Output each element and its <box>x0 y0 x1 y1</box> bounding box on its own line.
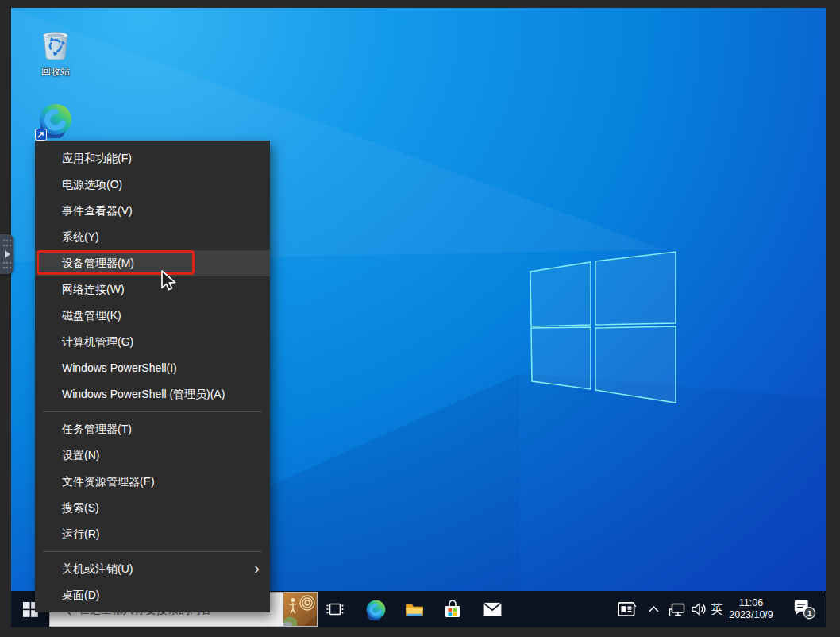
tray-overflow-chevron[interactable] <box>644 591 663 627</box>
ethernet-network-icon <box>669 602 686 617</box>
context-menu-item[interactable]: 设置(N) <box>35 442 270 469</box>
screen: 回收站 <box>0 0 840 637</box>
menu-item-label: Windows PowerShell(I) <box>62 361 177 374</box>
context-menu-item[interactable]: 应用和功能(F) <box>35 145 270 172</box>
news-icon <box>617 600 638 618</box>
task-view-icon <box>326 600 345 619</box>
desktop-icon-recycle-bin[interactable]: 回收站 <box>30 25 81 77</box>
context-menu-item[interactable]: 关机或注销(U)› <box>35 556 270 582</box>
menu-item-label: 系统(Y) <box>62 230 99 243</box>
menu-item-label: 任务管理器(T) <box>62 423 132 435</box>
menu-item-label: 关机或注销(U) <box>62 562 133 575</box>
menu-item-label: 事件查看器(V) <box>62 204 133 217</box>
menu-separator <box>43 551 262 552</box>
task-view-button[interactable] <box>317 591 353 627</box>
mail-button[interactable] <box>474 591 511 627</box>
mail-icon <box>482 601 503 617</box>
menu-item-label: 网络连接(W) <box>62 283 125 295</box>
context-menu-item[interactable]: 磁盘管理(K) <box>35 303 270 329</box>
context-menu-item[interactable]: 任务管理器(T) <box>35 416 270 442</box>
context-menu-item[interactable]: 文件资源管理器(E) <box>35 469 270 495</box>
menu-item-label: 设备管理器(M) <box>62 257 134 269</box>
context-menu-item[interactable]: 设备管理器(M) <box>35 250 270 276</box>
network-tray-button[interactable] <box>668 591 687 627</box>
chevron-up-icon <box>648 605 660 613</box>
drag-dots-icon <box>0 234 13 274</box>
edge-icon <box>365 599 387 620</box>
file-explorer-button[interactable] <box>396 591 433 627</box>
microsoft-store-button[interactable] <box>434 591 471 627</box>
action-center-button[interactable]: 1 <box>792 591 816 627</box>
floating-toolbar-handle[interactable] <box>0 234 13 274</box>
clock-time: 11:06 <box>739 597 763 609</box>
context-menu-item[interactable]: 搜索(S) <box>35 495 270 521</box>
context-menu-item[interactable]: 运行(R) <box>35 521 270 547</box>
menu-item-label: 电源选项(O) <box>62 178 122 191</box>
context-menu-item[interactable]: 系统(Y) <box>35 224 270 250</box>
context-menu-item[interactable]: 计算机管理(G) <box>35 329 270 355</box>
recycle-bin-icon <box>38 25 73 60</box>
context-menu-item[interactable]: 桌面(D) <box>35 582 270 608</box>
menu-item-label: Windows PowerShell (管理员)(A) <box>62 388 225 400</box>
windows-logo-wallpaper <box>519 242 678 405</box>
ime-label: 英 <box>711 602 723 617</box>
menu-item-label: 设置(N) <box>62 449 99 461</box>
context-menu-item[interactable]: 网络连接(W) <box>35 276 270 303</box>
action-center-icon: 1 <box>792 597 816 621</box>
context-menu-item[interactable]: 电源选项(O) <box>35 172 270 198</box>
clock-tray-button[interactable]: 11:06 2023/10/9 <box>722 591 780 627</box>
mouse-cursor <box>160 269 176 291</box>
menu-item-label: 文件资源管理器(E) <box>62 475 155 488</box>
icon-label: 回收站 <box>30 66 81 77</box>
submenu-arrow-icon: › <box>254 556 260 581</box>
show-desktop-divider[interactable] <box>823 596 823 623</box>
menu-separator <box>43 411 262 412</box>
news-and-interests-button[interactable] <box>616 591 638 627</box>
menu-item-label: 运行(R) <box>62 527 99 540</box>
context-menu-item[interactable]: 事件查看器(V) <box>35 198 270 224</box>
volume-tray-button[interactable] <box>689 591 708 627</box>
shortcut-arrow-icon <box>35 129 47 141</box>
menu-item-label: 应用和功能(F) <box>62 152 132 164</box>
menu-item-label: 搜索(S) <box>62 501 99 514</box>
menu-item-label: 桌面(D) <box>62 589 99 601</box>
menu-item-label: 磁盘管理(K) <box>62 309 121 322</box>
taskbar-edge-button[interactable] <box>357 591 394 627</box>
clock-date: 2023/10/9 <box>729 609 773 621</box>
menu-item-label: 计算机管理(G) <box>62 335 133 348</box>
speaker-icon <box>691 602 707 616</box>
context-menu-item[interactable]: Windows PowerShell(I) <box>35 355 270 381</box>
winx-context-menu: 应用和功能(F)电源选项(O)事件查看器(V)系统(Y)设备管理器(M)网络连接… <box>35 141 270 612</box>
file-explorer-icon <box>404 600 425 618</box>
notification-badge: 1 <box>807 609 811 617</box>
context-menu-item[interactable]: Windows PowerShell (管理员)(A) <box>35 381 270 407</box>
microsoft-store-icon <box>443 600 462 619</box>
search-highlight-image[interactable] <box>283 593 317 626</box>
